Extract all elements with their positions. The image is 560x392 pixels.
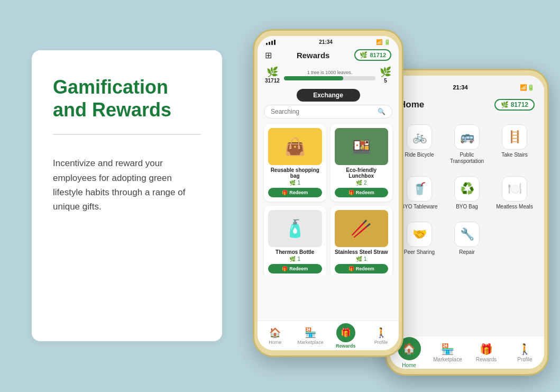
bicycle-icon: 🚲 [407,124,432,150]
p2-profile-icon: 🚶 [518,343,531,355]
screen-title-rewards: Rewards [297,51,330,60]
home-points-badge: 🌿 81712 [494,99,535,111]
exchange-button[interactable]: Exchange [297,89,360,102]
leaf-icon-badge: 🌿 [360,51,368,59]
nav-profile-1[interactable]: 🚶 Profile [363,327,399,345]
product-name-3: Stainless Steel Straw [335,249,389,255]
product-img-straw: 🥢 [335,210,389,247]
sharing-icon: 🤝 [407,222,432,247]
product-img-bag: 👜 [268,128,322,165]
progress-left: 🌿 31712 [265,66,280,84]
progress-section: 🌿 31712 1 tree is 1000 leaves. 🌿 5 [258,63,399,87]
card-title: Gamification and Rewards [53,76,201,121]
product-card-2: 🧴 Thermos Bottle 🌿1 🎁Redeem [264,206,326,275]
status-bar-2: 21:34 📶🔋 [390,76,544,97]
tableware-label: BYO Tableware [401,204,437,210]
signal-icon [266,40,276,45]
nav-home-label-1: Home [269,340,281,345]
battery-icon-2: 📶🔋 [520,84,535,91]
status-time-2: 21:34 [453,84,467,90]
grid-public-transport[interactable]: 🚌 Public Transportation [444,119,490,170]
p2-nav-profile[interactable]: 🚶 Profile [506,343,544,362]
bottom-nav-1: 🏠 Home 🏪 Marketplace 🎁 Rewards 🚶 Profile [258,321,399,350]
p2-rewards-icon: 🎁 [480,343,493,355]
menu-icon[interactable]: ⊞ [265,50,272,60]
leaf-icon-left: 🌿 [267,66,278,78]
p2-home-label: Home [402,362,416,368]
progress-fill [284,76,344,80]
p2-marketplace-label: Marketplace [433,357,462,362]
points-badge-1: 🌿 81712 [354,49,391,61]
nav-marketplace-label-1: Marketplace [298,340,324,345]
search-icon: 🔍 [378,108,385,115]
status-bar-1: 21:34 📶 🔋 [258,36,399,46]
progress-center: 1 tree is 1000 leaves. [284,70,375,80]
bottom-nav-2: 🏠 Home 🏪 Marketplace 🎁 Rewards 🚶 Profile [390,336,544,369]
home-header: Home 🌿 81712 [390,97,544,115]
product-card-3: 🥢 Stainless Steel Straw 🌿1 🎁Redeem [331,206,393,275]
status-time-1: 21:34 [319,39,333,45]
redeem-btn-2[interactable]: 🎁Redeem [268,264,322,274]
grid-byo-bag[interactable]: ♻️ BYO Bag [444,171,490,215]
stairs-icon: 🪜 [502,124,527,150]
sharing-label: Peer Sharing [404,249,435,256]
search-bar[interactable]: 🔍 [264,105,392,118]
card-description: Incentivize and reward your employees fo… [53,156,201,214]
product-img-thermos: 🧴 [268,210,322,247]
product-name-2: Thermos Bottle [268,249,322,255]
meatless-label: Meatless Meals [496,204,533,210]
p2-nav-rewards[interactable]: 🎁 Rewards [467,343,506,362]
redeem-btn-3[interactable]: 🎁Redeem [335,264,389,274]
product-card-0: 👜 Reusable shopping bag 🌿1 🎁Redeem [264,124,326,202]
progress-right: 🌿 5 [380,66,391,84]
leaf-icon-right: 🌿 [380,66,391,78]
right-count: 5 [384,78,387,84]
info-card: Gamification and Rewards Incentivize and… [32,50,222,341]
redeem-btn-0[interactable]: 🎁Redeem [268,188,322,197]
stairs-label: Take Stairs [501,152,527,158]
status-icons-1: 📶 🔋 [376,39,390,45]
home-icon-1: 🏠 [269,327,281,339]
grid-repair[interactable]: 🔧 Repair [444,216,490,261]
p2-rewards-label: Rewards [476,357,497,362]
product-name-0: Reusable shopping bag [268,167,322,179]
phone-rewards: 21:34 📶 🔋 ⊞ Rewards 🌿 81712 🌿 31712 1 tr… [253,29,403,357]
meatless-icon: 🍽️ [502,176,527,202]
p2-nav-marketplace[interactable]: 🏪 Marketplace [428,343,467,362]
nav-rewards-1[interactable]: 🎁 Rewards [328,323,364,349]
profile-icon-1: 🚶 [375,327,387,339]
product-pts-2: 🌿1 [268,256,322,262]
repair-icon: 🔧 [454,222,480,247]
left-points: 31712 [265,78,280,84]
p2-profile-label: Profile [517,357,532,362]
nav-home-1[interactable]: 🏠 Home [258,327,293,345]
marketplace-icon-1: 🏪 [305,327,316,339]
bag-icon: ♻️ [454,176,480,202]
bicycle-label: Ride Bicycle [405,152,434,158]
leaf-icon-home: 🌿 [501,101,509,108]
progress-track [284,76,375,80]
p2-marketplace-icon: 🏪 [441,343,454,355]
nav-rewards-label-1: Rewards [336,343,356,349]
rewards-icon-1: 🎁 [336,323,355,342]
product-card-1: 🍱 Eco-friendly Lunchbox 🌿2 🎁Redeem [331,124,393,202]
transport-label: Public Transportation [446,152,488,165]
rewards-header: ⊞ Rewards 🌿 81712 [258,46,399,63]
phone1-screen: 21:34 📶 🔋 ⊞ Rewards 🌿 81712 🌿 31712 1 tr… [258,36,399,350]
product-grid: 👜 Reusable shopping bag 🌿1 🎁Redeem 🍱 Eco… [258,122,399,275]
bag-label: BYO Bag [456,204,478,210]
home-grid: 🚲 Ride Bicycle 🚌 Public Transportation 🪜… [390,115,544,265]
search-input[interactable] [271,108,374,115]
product-name-1: Eco-friendly Lunchbox [335,167,389,179]
phone-home: 21:34 📶🔋 Home 🌿 81712 🚲 Ride Bicycle 🚌 P… [385,69,549,376]
redeem-btn-1[interactable]: 🎁Redeem [335,188,389,197]
phone2-screen: 21:34 📶🔋 Home 🌿 81712 🚲 Ride Bicycle 🚌 P… [390,76,544,369]
home-points: 81712 [511,101,528,108]
progress-label: 1 tree is 1000 leaves. [284,70,375,75]
product-pts-3: 🌿1 [335,256,389,262]
tableware-icon: 🥤 [407,176,432,202]
transport-icon: 🚌 [454,124,480,150]
grid-take-stairs[interactable]: 🪜 Take Stairs [491,119,538,170]
nav-marketplace-1[interactable]: 🏪 Marketplace [293,327,328,345]
grid-meatless[interactable]: 🍽️ Meatless Meals [491,171,538,215]
